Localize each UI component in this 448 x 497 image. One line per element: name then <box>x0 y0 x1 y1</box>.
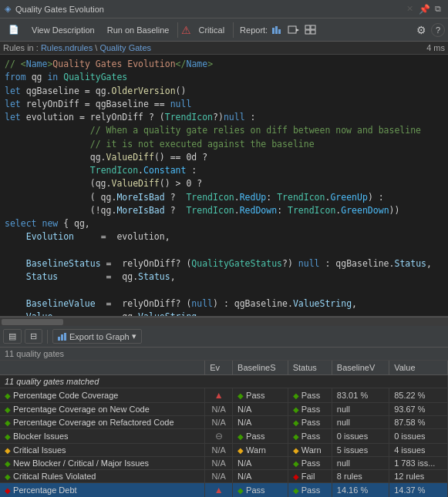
rules-in-label: Rules in : <box>3 43 39 52</box>
icon-view-button-2[interactable]: ⊟ <box>25 329 42 344</box>
cell-name: ◆ Critical Rules Violated <box>0 470 205 483</box>
cell-baseline-value: 14.16 % <box>332 483 389 498</box>
cell-name: ◆ Critical Issues <box>0 444 205 457</box>
table-row[interactable]: ◆ Percentage Debt ▲ ◆ Pass ◆ Pass 14.16 … <box>0 483 448 498</box>
table-row[interactable]: ◆ Critical Rules Violated N/A N/A ◆ Fail… <box>0 470 448 483</box>
col-baseline-value[interactable]: BaselineV <box>332 361 389 375</box>
help-icon[interactable]: ? <box>431 23 445 37</box>
dropdown-arrow: ▾ <box>132 331 136 341</box>
export-to-graph-button[interactable]: Export to Graph ▾ <box>52 329 142 344</box>
table-body: 11 quality gates matched ◆ Percentage Co… <box>0 375 448 498</box>
grid-icon: ⊟ <box>30 331 37 341</box>
cell-status: ◆ Pass <box>288 457 332 470</box>
cell-ev: ▲ <box>205 388 233 403</box>
report-grid-button[interactable] <box>303 23 318 37</box>
cell-name: ◆ New Blocker / Critical / Major Issues <box>0 457 205 470</box>
cell-ev: N/A <box>205 457 233 470</box>
cell-baseline-value: 5 issues <box>332 444 389 457</box>
toolbar-separator <box>47 330 48 344</box>
cell-baseline-value: null <box>332 457 389 470</box>
cell-value: 14.37 % <box>389 483 448 498</box>
breadcrumb-category-link[interactable]: Quality Gates <box>99 43 151 52</box>
report-label: Report: <box>240 25 268 35</box>
table-row[interactable]: ◆ Percentage Coverage on Refactored Code… <box>0 416 448 429</box>
results-table: Ev BaselineS Status BaselineV Value 11 q… <box>0 361 448 497</box>
table-row[interactable]: ◆ Percentage Code Coverage ▲ ◆ Pass ◆ Pa… <box>0 388 448 403</box>
table-row[interactable]: ◆ New Blocker / Critical / Major Issues … <box>0 457 448 470</box>
cell-baseline-status: N/A <box>233 457 288 470</box>
svg-rect-1 <box>275 26 278 34</box>
report-export-button[interactable] <box>286 23 301 37</box>
cell-baseline-value: null <box>332 416 389 429</box>
cell-baseline-status: ◆ Warn <box>233 444 288 457</box>
cell-name: ◆ Percentage Debt <box>0 483 205 498</box>
cell-name: ◆ Percentage Coverage on Refactored Code <box>0 416 205 429</box>
cell-status: ◆ Pass <box>288 403 332 416</box>
main-toolbar: 📄 View Description Run on Baseline ⚠ Cri… <box>0 18 448 42</box>
float-button[interactable]: ⧉ <box>433 4 443 14</box>
svg-rect-6 <box>311 25 315 29</box>
cell-value: 1 783 iss... <box>389 457 448 470</box>
list-icon: ▤ <box>8 331 16 341</box>
critical-button[interactable]: Critical <box>193 23 230 37</box>
svg-rect-9 <box>58 337 60 341</box>
scrollbar-thumb[interactable] <box>2 319 63 325</box>
svg-rect-2 <box>278 29 281 34</box>
results-count-bar: 11 quality gates <box>0 348 448 361</box>
horizontal-scrollbar[interactable] <box>0 317 448 326</box>
cell-baseline-status: N/A <box>233 416 288 429</box>
cell-baseline-value: null <box>332 403 389 416</box>
cell-ev: N/A <box>205 403 233 416</box>
cell-baseline-value: 0 issues <box>332 429 389 444</box>
tab-separator: ✕ <box>406 4 413 14</box>
table-row[interactable]: ◆ Percentage Coverage on New Code N/A N/… <box>0 403 448 416</box>
svg-rect-5 <box>305 25 310 29</box>
export-graph-icon <box>58 331 67 341</box>
cell-baseline-status: ◆ Pass <box>233 429 288 444</box>
svg-rect-0 <box>272 28 275 34</box>
title-bar: ◈ Quality Gates Evolution ✕ 📌 ⧉ <box>0 0 448 18</box>
cell-status: ◆ Pass <box>288 483 332 498</box>
cell-status: ◆ Pass <box>288 416 332 429</box>
breadcrumb: Rules in : Rules.ndrules \ Quality Gates… <box>0 42 448 55</box>
page-icon-button[interactable]: 📄 <box>3 22 25 37</box>
col-name <box>0 361 205 375</box>
settings-icon[interactable]: ⚙ <box>416 24 426 36</box>
toolbar-separator-2 <box>233 22 234 38</box>
cell-ev: ▲ <box>205 483 233 498</box>
col-ev[interactable]: Ev <box>205 361 233 375</box>
table-row[interactable]: ◆ Blocker Issues ⊖ ◆ Pass ◆ Pass 0 issue… <box>0 429 448 444</box>
svg-marker-4 <box>296 29 299 32</box>
export-label: Export to Graph <box>69 332 130 341</box>
table-row[interactable]: ◆ Critical Issues N/A ◆ Warn ◆ Warn 5 is… <box>0 444 448 457</box>
icon-view-button-1[interactable]: ▤ <box>3 329 22 344</box>
run-on-baseline-button[interactable]: Run on Baseline <box>102 23 175 37</box>
results-table-container[interactable]: Ev BaselineS Status BaselineV Value 11 q… <box>0 361 448 497</box>
svg-rect-7 <box>305 30 310 34</box>
cell-baseline-status: N/A <box>233 403 288 416</box>
breadcrumb-file-link[interactable]: Rules.ndrules <box>41 43 93 52</box>
col-value[interactable]: Value <box>389 361 448 375</box>
cell-baseline-status: ◆ Pass <box>233 483 288 498</box>
cell-value: 87.58 % <box>389 416 448 429</box>
svg-rect-8 <box>311 30 315 34</box>
svg-rect-10 <box>61 334 63 341</box>
cell-value: 93.67 % <box>389 403 448 416</box>
cell-baseline-status: ◆ Pass <box>233 388 288 403</box>
window-icon: ◈ <box>5 4 11 14</box>
group-label: 11 quality gates matched <box>0 375 448 388</box>
cell-status: ◆ Pass <box>288 388 332 403</box>
cell-value: 85.22 % <box>389 388 448 403</box>
cell-value: 4 issues <box>389 444 448 457</box>
pin-button[interactable]: 📌 <box>416 4 433 15</box>
view-description-button[interactable]: View Description <box>26 23 100 37</box>
report-bar-chart-button[interactable] <box>269 23 285 37</box>
col-status[interactable]: Status <box>288 361 332 375</box>
cell-ev: N/A <box>205 444 233 457</box>
table-header: Ev BaselineS Status BaselineV Value <box>0 361 448 375</box>
col-baseline-status[interactable]: BaselineS <box>233 361 288 375</box>
critical-icon: ⚠ <box>181 24 191 36</box>
svg-rect-11 <box>64 333 66 341</box>
cell-baseline-status: N/A <box>233 470 288 483</box>
svg-rect-3 <box>288 26 296 33</box>
